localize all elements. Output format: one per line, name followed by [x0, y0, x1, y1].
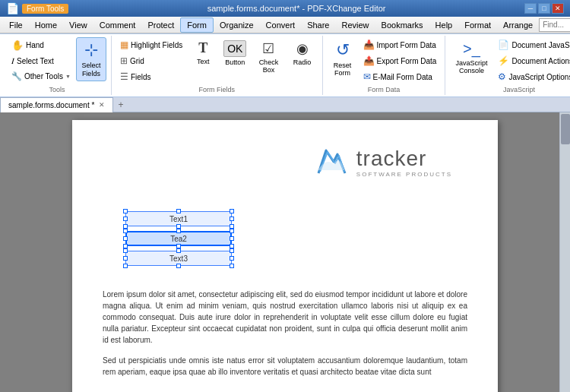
- close-button[interactable]: ✕: [552, 3, 564, 14]
- field-3-handle-bl[interactable]: [123, 264, 128, 268]
- tab-close-button[interactable]: ✕: [99, 101, 105, 109]
- radio-field-button[interactable]: ◉ Radio: [287, 37, 318, 69]
- minimize-button[interactable]: ─: [524, 3, 537, 14]
- menu-arrange[interactable]: Arrange: [497, 17, 539, 33]
- doc-actions-icon: ⚡: [498, 55, 509, 66]
- select-fields-icon: ⊹: [84, 40, 98, 60]
- ribbon-content: ✋ Hand 𝐼 Select Text 🔧 Other Tools ▼ ⊹: [0, 33, 570, 96]
- form-fields-col1: ▦ Highlight Fields ⊞ Grid ☰ Fields: [116, 37, 186, 84]
- field-3-handle-bm[interactable]: [176, 264, 181, 268]
- import-form-data-button[interactable]: 📥 Import Form Data: [359, 37, 441, 52]
- email-icon: ✉: [363, 71, 371, 82]
- doc-js-icon: 📄: [498, 40, 509, 50]
- field-2-handle-tr[interactable]: [230, 229, 234, 233]
- field-1-handle-tl[interactable]: [123, 209, 128, 213]
- ribbon-group-tools: ✋ Hand 𝐼 Select Text 🔧 Other Tools ▼ ⊹: [3, 36, 112, 95]
- hand-tool-button[interactable]: ✋ Hand: [8, 37, 74, 53]
- field-1-handle-mr[interactable]: [230, 217, 234, 221]
- menu-convert[interactable]: Convert: [260, 17, 302, 33]
- other-tools-button[interactable]: 🔧 Other Tools ▼: [8, 69, 74, 84]
- fields-button[interactable]: ☰ Fields: [116, 69, 186, 84]
- logo-text: tracker SOFTWARE PRODUCTS: [356, 147, 452, 178]
- import-icon: 📥: [363, 40, 375, 50]
- paragraph-1: Lorem ipsum dolor sit amet, consectetur …: [103, 289, 467, 346]
- menu-share[interactable]: Share: [301, 17, 335, 33]
- app-icon: 📄: [6, 2, 19, 14]
- field-1-handle-ml[interactable]: [123, 217, 128, 221]
- document-page: tracker SOFTWARE PRODUCTS Text1: [72, 120, 498, 392]
- email-form-data-button[interactable]: ✉ E-Mail Form Data: [359, 69, 441, 84]
- javascript-options-button[interactable]: ⚙ JavaScript Options: [494, 69, 570, 84]
- field-3-handle-tm[interactable]: [176, 248, 181, 253]
- export-form-data-button[interactable]: 📤 Export Form Data: [359, 53, 441, 68]
- tools-column: ✋ Hand 𝐼 Select Text 🔧 Other Tools ▼: [8, 37, 74, 84]
- document-actions-button[interactable]: ⚡ Document Actions: [494, 53, 570, 68]
- find-input[interactable]: [539, 18, 570, 32]
- field-3-handle-tl[interactable]: [123, 248, 128, 253]
- menu-protect[interactable]: Protect: [141, 17, 180, 33]
- js-console-button[interactable]: >_ JavaScriptConsole: [450, 37, 492, 77]
- logo-sub: SOFTWARE PRODUCTS: [356, 171, 452, 178]
- menu-view[interactable]: View: [63, 17, 93, 33]
- grid-button[interactable]: ⊞ Grid: [116, 53, 186, 68]
- menu-organize[interactable]: Organize: [214, 17, 260, 33]
- window-title: sample.forms.document* - PDF-XChange Edi…: [68, 4, 524, 13]
- menu-bookmarks[interactable]: Bookmarks: [375, 17, 429, 33]
- field-1-handle-tm[interactable]: [176, 209, 181, 213]
- scrollbar-thumb[interactable]: [561, 114, 570, 144]
- select-fields-button[interactable]: ⊹ SelectFields: [76, 37, 106, 81]
- other-tools-label: Other Tools: [24, 72, 63, 81]
- field-2-handle-tl[interactable]: [123, 229, 128, 233]
- text-field-button[interactable]: T Text: [188, 37, 218, 68]
- grid-label: Grid: [130, 57, 144, 65]
- form-field-3-wrapper: Text3: [125, 251, 232, 266]
- menu-file[interactable]: File: [3, 17, 29, 33]
- field-1-label: Text1: [169, 215, 188, 223]
- doc-scroll: tracker SOFTWARE PRODUCTS Text1: [0, 112, 570, 392]
- add-tab-button[interactable]: +: [113, 98, 128, 112]
- maximize-button[interactable]: □: [538, 3, 550, 14]
- highlight-fields-button[interactable]: ▦ Highlight Fields: [116, 37, 186, 52]
- tools-items: ✋ Hand 𝐼 Select Text 🔧 Other Tools ▼ ⊹: [8, 37, 106, 84]
- field-3-handle-mr[interactable]: [230, 256, 234, 261]
- field-1-handle-tr[interactable]: [230, 209, 234, 213]
- js-options-label: JavaScript Options: [508, 73, 570, 81]
- doc-actions-label: Document Actions: [511, 57, 570, 65]
- window-controls: ─ □ ✕: [524, 3, 564, 14]
- select-fields-label: SelectFields: [81, 62, 100, 78]
- checkbox-field-button[interactable]: ☑ Check Box: [252, 37, 285, 77]
- button-field-button[interactable]: OK Button: [220, 37, 250, 69]
- field-2-handle-mr[interactable]: [230, 236, 234, 241]
- field-2-handle-tm[interactable]: [176, 229, 181, 233]
- menu-format[interactable]: Format: [458, 17, 497, 33]
- hand-label: Hand: [26, 41, 44, 49]
- menu-form[interactable]: Form: [180, 17, 214, 33]
- menu-home[interactable]: Home: [29, 17, 63, 33]
- field-3-handle-ml[interactable]: [123, 256, 128, 261]
- export-label: Export Form Data: [377, 57, 437, 65]
- field-3-handle-tr[interactable]: [230, 248, 234, 253]
- select-text-icon: 𝐼: [11, 56, 14, 66]
- reset-form-button[interactable]: ↺ ResetForm: [328, 37, 358, 80]
- field-3-handle-br[interactable]: [230, 264, 234, 268]
- vertical-scrollbar[interactable]: [559, 112, 570, 392]
- form-field-1-wrapper: Text1: [125, 211, 232, 226]
- document-javascript-button[interactable]: 📄 Document JavaScript: [494, 37, 570, 52]
- other-tools-dropdown-icon: ▼: [65, 74, 71, 79]
- reset-form-label: ResetForm: [334, 62, 352, 77]
- document-tab[interactable]: sample.forms.document * ✕: [0, 97, 113, 112]
- select-text-button[interactable]: 𝐼 Select Text: [8, 54, 74, 68]
- tools-group-label: Tools: [49, 84, 65, 93]
- button-field-label: Button: [225, 58, 245, 66]
- menu-review[interactable]: Review: [335, 17, 375, 33]
- field-2-handle-ml[interactable]: [123, 236, 128, 241]
- menu-help[interactable]: Help: [429, 17, 459, 33]
- form-fields-group-label: Form Fields: [198, 84, 235, 93]
- field-2-label: Tea2: [170, 235, 187, 243]
- form-tools-badge: Form Tools: [22, 4, 68, 14]
- logo-icon: [311, 143, 349, 181]
- menu-bar: File Home View Comment Protect Form Orga…: [0, 17, 570, 33]
- js-console-label: JavaScriptConsole: [455, 59, 487, 74]
- javascript-group-label: JavaScript: [503, 84, 535, 93]
- menu-comment[interactable]: Comment: [93, 17, 142, 33]
